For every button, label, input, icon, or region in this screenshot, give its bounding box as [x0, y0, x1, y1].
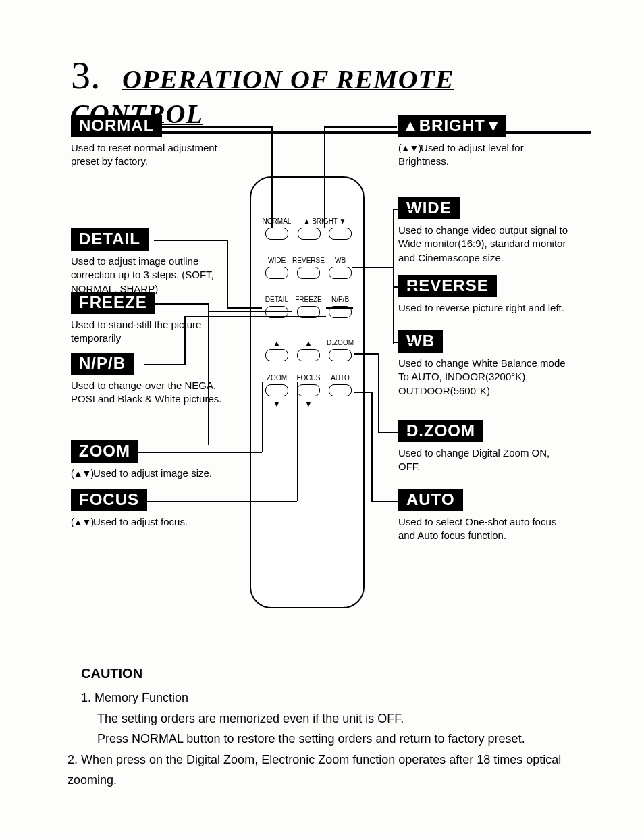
- remote-btn-auto: AUTO: [325, 375, 356, 396]
- connector-line: [393, 286, 427, 288]
- caution-heading: CAUTION: [81, 662, 608, 685]
- remote-btn-zoom-down: ▼: [261, 400, 292, 407]
- label-focus: FOCUS (▲▼)Used to adjust focus.: [71, 489, 223, 529]
- badge-zoom: ZOOM: [71, 440, 138, 463]
- connector-line: [184, 316, 186, 365]
- desc-auto: Used to select One-shot auto focus and A…: [398, 515, 574, 543]
- connector-line: [326, 307, 353, 309]
- connector-line: [324, 126, 397, 128]
- connector-line: [208, 303, 209, 445]
- remote-btn-dzoom: D.ZOOM: [325, 340, 356, 361]
- desc-wb: Used to change White Balance mode To AUT…: [398, 357, 574, 398]
- connector-line: [297, 382, 298, 501]
- caution-item1-title: 1. Memory Function: [81, 687, 608, 708]
- button-icon: [329, 384, 352, 396]
- connector-line: [371, 392, 373, 501]
- badge-detail: DETAIL: [71, 228, 149, 251]
- desc-wide: Used to change video output signal to Wi…: [398, 224, 574, 265]
- button-icon: [329, 267, 352, 279]
- button-icon: [265, 384, 288, 396]
- desc-dzoom: Used to change Digital Zoom ON, OFF.: [398, 446, 574, 474]
- connector-line: [393, 209, 413, 210]
- connector-line: [208, 311, 292, 312]
- button-icon: [265, 228, 288, 240]
- badge-npb: N/P/B: [71, 353, 134, 375]
- desc-focus: (▲▼)Used to adjust focus.: [71, 515, 223, 529]
- connector-line: [154, 240, 227, 241]
- connector-line: [184, 316, 326, 317]
- button-icon: [298, 228, 321, 240]
- desc-zoom: (▲▼)Used to adjust image size.: [71, 467, 223, 480]
- button-icon: [297, 349, 320, 361]
- connector-line: [354, 353, 378, 355]
- label-wide: WIDE Used to change video output signal …: [398, 197, 574, 265]
- remote-row-4: ▲ ▲ D.ZOOM: [261, 340, 356, 361]
- caution-item2: 2. When press on the Digital Zoom, Elect…: [68, 750, 608, 791]
- label-dzoom: D.ZOOM Used to change Digital Zoom ON, O…: [398, 420, 574, 474]
- connector-line: [262, 382, 263, 452]
- remote-spacer: [325, 400, 356, 407]
- button-icon: [329, 228, 352, 240]
- label-auto: AUTO Used to select One-shot auto focus …: [398, 489, 574, 543]
- desc-detail: Used to adjust image outline correction …: [71, 255, 223, 296]
- label-zoom: ZOOM (▲▼)Used to adjust image size.: [71, 440, 223, 480]
- section-number: 3.: [71, 53, 101, 97]
- remote-row-6: ▼ ▼: [261, 400, 356, 407]
- badge-normal: NORMAL: [71, 115, 162, 137]
- desc-npb: Used to change-over the NEGA, POSI and B…: [71, 379, 223, 407]
- caution-item1-line1: The setting orders are memorized even if…: [97, 708, 608, 729]
- connector-line: [393, 342, 413, 343]
- updown-icon: (▲▼): [71, 468, 93, 479]
- connector-line: [227, 307, 262, 309]
- connector-line: [352, 267, 393, 268]
- remote-btn-zoom-up: ▲: [261, 340, 292, 361]
- badge-auto: AUTO: [398, 489, 463, 511]
- label-reverse: REVERSE Used to reverse picture right an…: [398, 275, 574, 315]
- remote-btn-normal: NORMAL: [261, 218, 292, 240]
- connector-line: [157, 126, 271, 128]
- badge-focus: FOCUS: [71, 489, 147, 511]
- label-bright: ▲BRIGHT▼ (▲▼)Used to adjust level for Br…: [398, 115, 574, 169]
- button-icon: [265, 267, 288, 279]
- remote-body: NORMAL ▲ BRIGHT ▼ WIDE: [250, 176, 365, 608]
- caution-section: CAUTION 1. Memory Function The setting o…: [54, 662, 608, 791]
- connector-line: [371, 501, 408, 502]
- connector-line: [378, 432, 412, 433]
- connector-line: [227, 240, 228, 307]
- button-icon: [265, 349, 288, 361]
- label-detail: DETAIL Used to adjust image outline corr…: [71, 228, 223, 296]
- button-icon: [329, 349, 352, 361]
- connector-line: [154, 303, 208, 305]
- connector-line: [324, 126, 325, 228]
- badge-freeze: FREEZE: [71, 292, 155, 314]
- updown-icon: (▲▼): [398, 142, 421, 153]
- remote-row-1: NORMAL ▲ BRIGHT ▼: [261, 218, 356, 240]
- remote-btn-wide: WIDE: [261, 257, 292, 279]
- connector-line: [271, 126, 273, 228]
- connector-line: [141, 501, 297, 502]
- updown-icon: (▲▼): [71, 517, 93, 527]
- remote-btn-focus-up: ▲: [293, 340, 324, 361]
- connector-line: [354, 392, 371, 393]
- remote-btn-reverse: REVERSE: [293, 257, 324, 279]
- connector-line: [378, 353, 379, 432]
- caution-item1-line2: Press NORMAL button to restore the setti…: [97, 729, 608, 750]
- desc-normal: Used to reset normal adjustment preset b…: [71, 141, 223, 169]
- remote-row-5: ZOOM FOCUS AUTO: [261, 375, 356, 396]
- connector-line: [135, 452, 262, 453]
- button-icon: [297, 384, 320, 396]
- remote-btn-detail: DETAIL: [261, 296, 292, 318]
- label-npb: N/P/B Used to change-over the NEGA, POSI…: [71, 353, 223, 407]
- label-normal: NORMAL Used to reset normal adjustment p…: [71, 115, 223, 169]
- button-icon: [297, 267, 320, 279]
- connector-line: [393, 209, 394, 344]
- label-freeze: FREEZE Used to stand-still the picture t…: [71, 292, 223, 346]
- manual-page: 3. OPERATION OF REMOTE CONTROL NORMAL Us…: [0, 0, 644, 834]
- remote-btn-zoom: ZOOM: [261, 375, 292, 396]
- badge-bright: ▲BRIGHT▼: [398, 115, 506, 137]
- desc-bright: (▲▼)Used to adjust level for Brightness.: [398, 141, 574, 169]
- desc-freeze: Used to stand-still the picture temporar…: [71, 318, 223, 346]
- remote-btn-wb: WB: [325, 257, 356, 279]
- desc-reverse: Used to reverse picture right and left.: [398, 301, 574, 315]
- connector-line: [144, 364, 184, 365]
